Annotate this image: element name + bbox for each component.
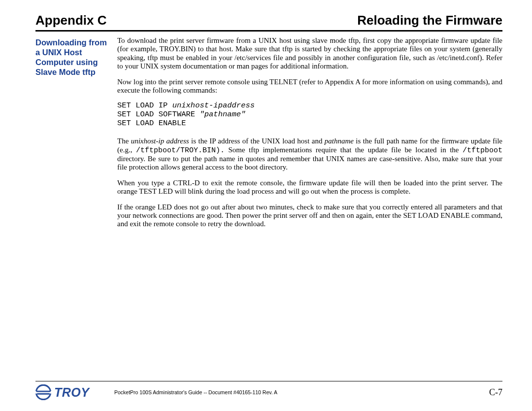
p3-frag-a: The: [117, 137, 131, 145]
document-page: Appendix C Reloading the Firmware Downlo…: [0, 0, 532, 411]
page-header: Appendix C Reloading the Firmware: [35, 13, 502, 28]
cmd-line-1a: SET LOAD IP: [117, 101, 172, 110]
main-content: To download the print server firmware fr…: [117, 36, 502, 236]
para-explain: The unixhost-ip address is the IP addres…: [117, 137, 502, 172]
logo-globe-icon: [35, 384, 51, 400]
footer-page-number: C-7: [489, 387, 502, 398]
logo-text: TROY: [54, 385, 89, 400]
p3-frag-d: pathname: [325, 137, 354, 145]
header-right: Reloading the Firmware: [357, 13, 502, 28]
cmd-line-2b: "pathname": [200, 110, 245, 119]
para-login: Now log into the print server remote con…: [117, 78, 502, 95]
para-intro: To download the print server firmware fr…: [117, 36, 502, 71]
header-rule: [35, 30, 502, 32]
p3-frag-h: /tftpboot: [463, 146, 502, 155]
sidebar-heading: Downloading from a UNIX Host Computer us…: [35, 36, 108, 236]
cmd-line-2a: SET LOAD SOFTWARE: [117, 110, 200, 119]
p3-frag-c: is the IP address of the UNIX load host …: [189, 137, 325, 145]
troy-logo: TROY: [35, 384, 114, 400]
header-left: Appendix C: [35, 13, 106, 28]
page-footer: TROY PocketPro 100S Administrator's Guid…: [35, 381, 502, 400]
command-block: SET LOAD IP unixhost-ipaddress SET LOAD …: [117, 102, 502, 128]
para-troubleshoot: If the orange LED does not go out after …: [117, 203, 502, 229]
p3-frag-i: directory. Be sure to put the path name …: [117, 155, 502, 171]
footer-doc-info: PocketPro 100S Administrator's Guide -- …: [114, 389, 489, 395]
footer-row: TROY PocketPro 100S Administrator's Guid…: [35, 384, 502, 400]
p3-frag-g: Some tftp implementations require that t…: [225, 146, 463, 154]
cmd-line-1b: unixhost-ipaddress: [172, 101, 255, 110]
para-ctrld: When you type a CTRL-D to exit the remot…: [117, 179, 502, 196]
cmd-line-3: SET LOAD ENABLE: [117, 119, 186, 128]
p3-frag-f: /tftpboot/TROY.BIN).: [136, 146, 225, 155]
p3-frag-b: unixhost-ip address: [131, 137, 189, 145]
body-columns: Downloading from a UNIX Host Computer us…: [35, 36, 502, 236]
footer-rule: [35, 381, 502, 381]
